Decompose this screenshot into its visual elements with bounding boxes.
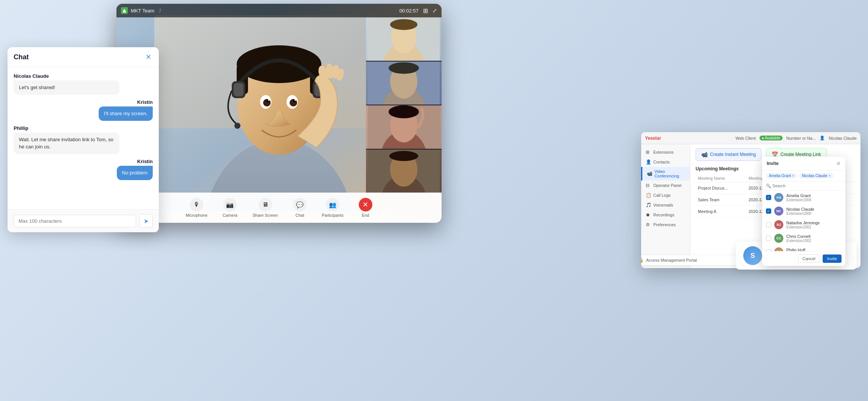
- person-info-natasha: Natasha Jennings Extension1001: [786, 221, 842, 229]
- chat-control[interactable]: 💬 Chat: [293, 198, 307, 217]
- video-call-window: MKT Team ⤴ 00:02:57 ⊞ ⤢: [116, 4, 442, 223]
- video-topbar: MKT Team ⤴ 00:02:57 ⊞ ⤢: [116, 4, 442, 17]
- svg-point-12: [234, 123, 240, 129]
- voicemails-icon: 🎵: [646, 202, 651, 208]
- share-screen-icon: 🖥: [259, 198, 272, 211]
- checkbox-nicolas[interactable]: ✓: [766, 208, 771, 214]
- topbar-right: 00:02:57 ⊞ ⤢: [399, 7, 437, 14]
- chat-close-button[interactable]: ✕: [144, 52, 153, 62]
- sidebar-item-voicemails[interactable]: 🎵 Voicemails: [641, 200, 690, 210]
- person-info-chris: Chris Cornell Extension1002: [786, 234, 842, 243]
- seth-initials: S: [750, 252, 755, 260]
- invite-person-philip: PH Philip Huff Extension1003: [762, 245, 845, 251]
- invite-modal-header: Invite ✕: [762, 157, 845, 171]
- chat-label: Chat: [296, 213, 304, 217]
- tag-amelia-label: Amelia Grant: [769, 174, 791, 178]
- sidebar-item-extensions[interactable]: ⊞ Extensions: [641, 147, 690, 157]
- cancel-button[interactable]: Cancel: [798, 254, 819, 263]
- meeting-name-3: Meeting A: [696, 206, 746, 217]
- end-call-control[interactable]: ✕ End: [359, 198, 372, 217]
- end-call-label: End: [362, 213, 369, 217]
- chat-window: Chat ✕ Nicolas Claude Let's get shared! …: [8, 47, 159, 232]
- invite-button[interactable]: Invite: [823, 254, 842, 263]
- camera-control[interactable]: 📷 Camera: [223, 198, 237, 217]
- user-display-name: Nicolas Claude: [829, 136, 857, 140]
- invite-modal: Invite ✕ Amelia Grant × Nicolas Claude ×…: [762, 157, 845, 266]
- avatar-philip: PH: [774, 247, 783, 251]
- camera-icon: 📷: [223, 198, 237, 211]
- participants-label: Participants: [322, 213, 343, 217]
- chat-header: Chat ✕: [8, 47, 159, 67]
- person-info-amelia: Amelia Grant Extension1004: [786, 193, 842, 202]
- video-conferencing-label: Video Conferencing: [654, 169, 685, 178]
- chat-title: Chat: [14, 53, 29, 61]
- sidebar-item-recordings[interactable]: ⏺ Recordings: [641, 210, 690, 220]
- checkbox-natasha[interactable]: [766, 222, 771, 227]
- invite-modal-title: Invite: [767, 161, 778, 166]
- access-portal-label: Access Management Portal: [646, 258, 697, 262]
- checkbox-philip[interactable]: [766, 249, 771, 251]
- yeastar-sidebar: ⊞ Extensions 👤 Contacts 📹 Video Conferen…: [641, 144, 690, 268]
- participants-control[interactable]: 👥 Participants: [322, 198, 343, 217]
- contacts-icon: 👤: [646, 159, 651, 165]
- participant-thumb-2: [366, 62, 442, 105]
- message-4: Kristin No problem: [14, 159, 153, 180]
- svg-point-5: [237, 45, 321, 83]
- sidebar-item-video-conferencing[interactable]: 📹 Video Conferencing: [641, 167, 690, 180]
- meeting-name-2: Sales Team: [696, 194, 746, 206]
- sidebar-item-operator-panel[interactable]: ⊟ Operator Panel: [641, 180, 690, 190]
- chat-icon: 💬: [293, 198, 307, 211]
- remove-amelia-button[interactable]: ×: [792, 174, 794, 178]
- person-ext-natasha: Extension1001: [786, 225, 842, 229]
- sidebar-item-contacts[interactable]: 👤 Contacts: [641, 157, 690, 167]
- chat-input-area: ➤: [8, 209, 159, 232]
- invite-person-natasha: NJ Natasha Jennings Extension1001: [762, 218, 845, 231]
- microphone-control[interactable]: 🎙 Microphone: [186, 198, 207, 217]
- grid-icon[interactable]: ⊞: [423, 7, 428, 14]
- participant-thumbnails: [366, 17, 442, 193]
- instant-meeting-icon: 📹: [701, 151, 708, 157]
- preferences-icon: ⚙: [646, 222, 651, 227]
- call-timer: 00:02:57: [399, 8, 418, 14]
- create-instant-meeting-button[interactable]: 📹 Create Instant Meeting: [696, 148, 761, 161]
- message-3: Phillip Wait. Let me share invitation li…: [14, 125, 153, 154]
- participant-thumb-1: [366, 17, 442, 61]
- share-screen-control[interactable]: 🖥 Share Screen: [253, 198, 278, 217]
- video-conferencing-icon: 📹: [647, 171, 652, 176]
- avatar-amelia: AG: [774, 193, 783, 202]
- access-portal-icon: 🔒: [641, 258, 644, 263]
- meeting-link-label: Create Meeting Link: [780, 152, 821, 157]
- remove-nicolas-button[interactable]: ×: [828, 174, 831, 178]
- sidebar-item-call-logs[interactable]: 📋 Call Logs: [641, 190, 690, 200]
- meeting-name-1: Project Discus...: [696, 182, 746, 194]
- checkbox-amelia[interactable]: ✓: [766, 195, 771, 200]
- invite-tag-amelia: Amelia Grant ×: [766, 173, 797, 179]
- invite-search-input[interactable]: [762, 181, 845, 191]
- user-avatar-icon: 👤: [820, 136, 825, 140]
- invite-tag-nicolas: Nicolas Claude ×: [799, 173, 834, 179]
- invite-modal-footer: Cancel Invite: [762, 251, 845, 266]
- send-button[interactable]: ➤: [139, 214, 153, 228]
- svg-rect-9: [234, 83, 243, 96]
- microphone-icon: 🎙: [190, 198, 203, 211]
- participants-icon: 👥: [326, 198, 339, 211]
- invite-person-chris: CC Chris Cornell Extension1002: [762, 231, 845, 245]
- person-ext-nicolas: Extension1000: [786, 211, 842, 216]
- invite-close-button[interactable]: ✕: [836, 160, 841, 167]
- avatar-nicolas: NC: [774, 207, 783, 216]
- checkbox-chris[interactable]: [766, 236, 771, 241]
- sidebar-item-preferences[interactable]: ⚙ Preferences: [641, 220, 690, 230]
- instant-meeting-label: Create Instant Meeting: [710, 152, 756, 157]
- chat-input[interactable]: [14, 215, 136, 227]
- expand-icon[interactable]: ⤢: [432, 8, 437, 14]
- person-name-natasha: Natasha Jennings: [786, 221, 842, 225]
- mkt-badge-icon: [121, 7, 128, 14]
- chat-body: Nicolas Claude Let's get shared! Kristin…: [8, 67, 159, 209]
- bubble-3: Wait. Let me share invitation link to To…: [14, 133, 119, 154]
- recordings-icon: ⏺: [646, 212, 651, 217]
- operator-panel-icon: ⊟: [646, 183, 651, 188]
- svg-point-41: [389, 151, 418, 161]
- person-name-chris: Chris Cornell: [786, 234, 842, 239]
- person-info-nicolas: Nicolas Claude Extension1000: [786, 207, 842, 216]
- participant-thumb-3: [366, 105, 442, 149]
